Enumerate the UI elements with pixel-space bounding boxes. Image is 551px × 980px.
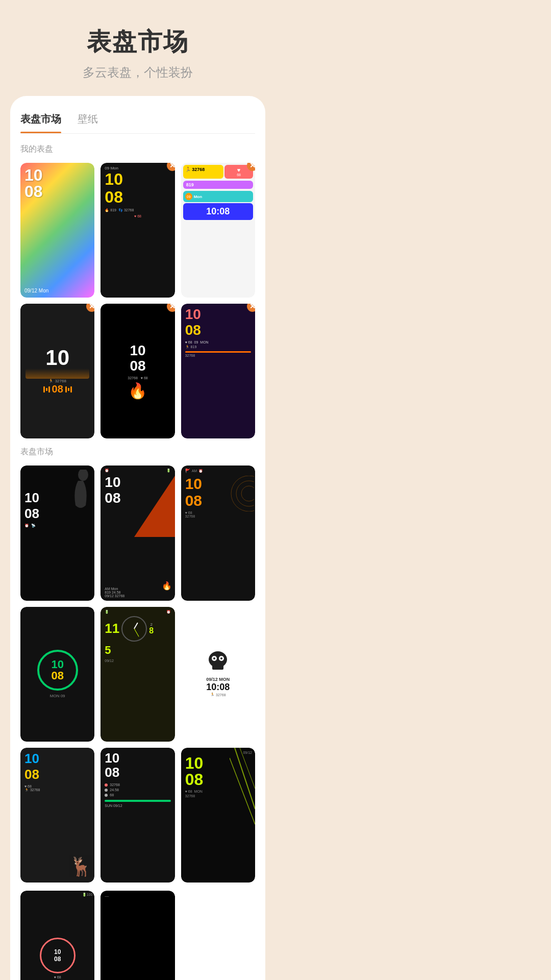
- my-watchface-4[interactable]: ✕ 10 🏃 32768 08: [20, 304, 94, 438]
- wf1-time: 1008: [24, 167, 43, 200]
- pwf1-bottom: ♥ 68: [54, 975, 61, 979]
- svg-line-12: [240, 748, 255, 789]
- wf6-time: 10 08: [185, 307, 251, 338]
- wf3-time: 10:08: [183, 203, 253, 220]
- my-watchface-5[interactable]: ✕ 1008 32768♥ 68 🔥: [101, 304, 174, 438]
- mwf8-time: 10 08: [105, 751, 170, 780]
- tab-watchface-market[interactable]: 表盘市场: [20, 108, 61, 133]
- market-watchfaces-grid: 10 08 ⏰📡 ⏰🔋 1008 🔥 AM Mon: [20, 465, 255, 883]
- mwf2-info: AM Mon 819 24.58 09/12 32768: [105, 587, 170, 598]
- mwf3-subinfo: ♥ 68 32768: [185, 511, 251, 518]
- page-header: 表盘市场 多云表盘，个性装扮: [0, 0, 276, 96]
- wf6-info: ♥ 6809MON: [185, 340, 251, 344]
- wf4-hour: 10: [45, 347, 69, 369]
- my-watchface-1[interactable]: 1008 09/12 Mon: [20, 163, 94, 298]
- svg-line-13: [230, 758, 255, 824]
- pwf2-top: —: [105, 894, 170, 898]
- wf4-cityscape: [26, 369, 89, 379]
- mwf2-time: 1008: [105, 475, 170, 506]
- wf5-time: 1008: [130, 343, 145, 375]
- market-watchface-9[interactable]: 09/12 10 08 ♥ 68MON 32768: [181, 748, 255, 883]
- mwf5-topbar: 🔋⏰: [105, 610, 170, 614]
- wf4-minute: 08: [43, 383, 72, 395]
- svg-point-10: [220, 657, 222, 659]
- mwf4-date: MON 09: [50, 694, 65, 698]
- mwf8-date: SUN 09/12: [105, 804, 170, 807]
- wf2-heart: ♥ 68: [105, 214, 170, 218]
- wf4-steps: 🏃 32768: [48, 379, 66, 383]
- my-watchfaces-grid: 1008 09/12 Mon ✕ 09 Mon 1008 🔥 819👣 3276…: [20, 163, 255, 438]
- my-watchface-3[interactable]: ✕ 🏃 32768 ♥ 68 819: [181, 163, 255, 298]
- market-watchface-5[interactable]: 🔋⏰ 11 2 8 5 09/12: [101, 607, 174, 742]
- mwf5-min: 5: [105, 644, 170, 657]
- market-watchface-2[interactable]: ⏰🔋 1008 🔥 AM Mon 819 24.58 09/12 32768: [101, 465, 174, 600]
- empty-slot: [181, 891, 255, 980]
- mwf5-date: 09/12: [105, 659, 170, 663]
- mwf7-time: 10 08: [24, 751, 90, 782]
- page-subtitle: 多云表盘，个性装扮: [10, 64, 265, 81]
- wf3-date: 09 Mon: [183, 191, 253, 202]
- tab-wallpaper[interactable]: 壁纸: [78, 108, 98, 133]
- svg-point-1: [241, 486, 254, 501]
- partial-row-grid: 🔋100 1008 ♥ 68 — 10: [20, 891, 255, 980]
- mwf5-clock: 11 2 8: [105, 616, 170, 642]
- main-card: 表盘市场 壁纸 我的表盘 1008 09/12 Mon ✕ 09 Mon 100…: [10, 96, 265, 980]
- pwf1-ring: 1008: [40, 938, 76, 973]
- mwf6-skull-icon: [205, 651, 231, 675]
- tab-bar: 表盘市场 壁纸: [20, 108, 255, 134]
- market-watchface-8[interactable]: 10 08 32768 24.58 68: [101, 748, 174, 883]
- page-title: 表盘市场: [10, 26, 265, 58]
- wf2-stats: 🔥 819👣 32768: [105, 208, 170, 212]
- market-watchface-1[interactable]: 10 08 ⏰📡: [20, 465, 94, 600]
- mwf8-stats: 32768 24.58 68: [105, 783, 170, 797]
- mwf7-deer-icon: 🦌: [69, 856, 92, 877]
- wf1-date: 09/12 Mon: [24, 288, 48, 293]
- wf2-time: 1008: [105, 170, 170, 206]
- my-watchface-6[interactable]: ✕ 10 08 ♥ 6809MON 🏃 819 32768: [181, 304, 255, 438]
- partial-watchface-2[interactable]: — 10: [101, 891, 174, 980]
- market-watchface-section-title: 表盘市场: [20, 447, 255, 457]
- svg-rect-8: [212, 665, 223, 670]
- my-watchface-2[interactable]: ✕ 09 Mon 1008 🔥 819👣 32768 ♥ 68: [101, 163, 174, 298]
- mwf1-icons: ⏰📡: [24, 524, 90, 528]
- my-watchface-section-title: 我的表盘: [20, 144, 255, 155]
- wf3-purple: 819: [183, 181, 253, 189]
- mwf1-silhouette: [68, 470, 93, 518]
- market-watchface-7[interactable]: 10 08 ♥ 68 🏃 32768 🦌: [20, 748, 94, 883]
- mwf6-date: 09/12 MON: [206, 677, 230, 682]
- wf5-stats: 32768♥ 68: [128, 376, 147, 380]
- wf5-fire-icon: 🔥: [128, 382, 147, 400]
- svg-point-2: [236, 481, 254, 506]
- market-watchface-4[interactable]: 10 08 MON 09: [20, 607, 94, 742]
- market-watchface-6[interactable]: 09/12 MON 10:08 🏃32768: [181, 607, 255, 742]
- mwf7-stats: ♥ 68 🏃 32768: [24, 785, 90, 792]
- mwf8-progressbar: [105, 800, 170, 802]
- mwf4-circle: 10 08: [37, 650, 78, 691]
- mwf3-radar: [226, 476, 254, 511]
- pwf1-battery: 🔋100: [82, 893, 93, 897]
- mwf9-neon-lines: [230, 748, 255, 883]
- wf3-steps: 🏃 32768: [183, 165, 224, 179]
- svg-point-0: [78, 470, 88, 481]
- mwf2-fire: 🔥: [162, 581, 172, 591]
- mwf3-topicons: 🚩AM⏰: [185, 469, 251, 473]
- mwf6-steps: 🏃32768: [210, 693, 226, 697]
- mwf2-topbar: ⏰🔋: [105, 469, 170, 473]
- mwf6-time: 10:08: [206, 682, 230, 693]
- market-watchface-3[interactable]: 🚩AM⏰ 1008 ♥ 68 32768: [181, 465, 255, 600]
- svg-point-9: [213, 657, 215, 659]
- partial-watchface-1[interactable]: 🔋100 1008 ♥ 68: [20, 891, 94, 980]
